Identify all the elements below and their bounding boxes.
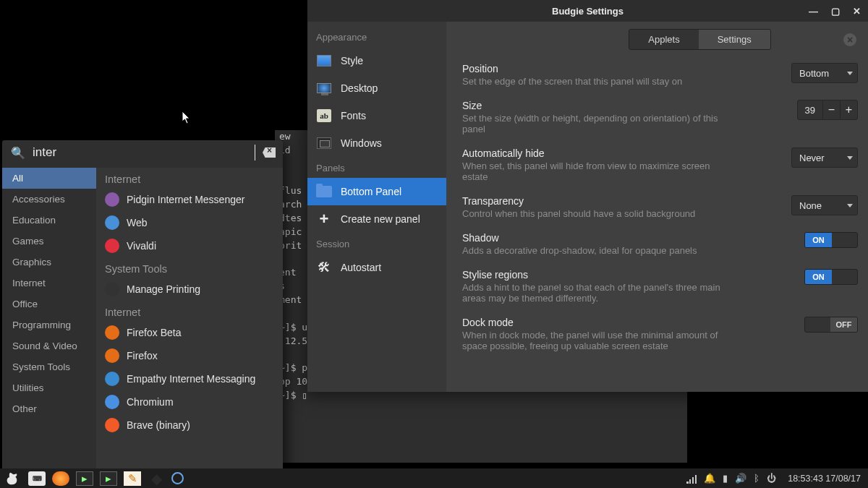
tab-settings[interactable]: Settings xyxy=(699,30,770,49)
row-dock: Dock modeWhen in dock mode, the panel wi… xyxy=(462,317,858,351)
result-item[interactable]: Web xyxy=(96,211,283,234)
taskbar-inkscape-icon[interactable]: ◆ xyxy=(148,471,165,486)
wifi-icon[interactable] xyxy=(686,474,697,484)
taskbar-terminal-icon[interactable]: ▸ xyxy=(76,471,93,486)
taskbar-editor-icon[interactable]: ✎ xyxy=(124,471,141,486)
sidebar-item-create-panel[interactable]: +Create new panel xyxy=(307,205,446,233)
result-item[interactable]: Empathy Internet Messaging xyxy=(96,367,283,390)
result-label: Empathy Internet Messaging xyxy=(127,373,255,385)
start-menu-icon[interactable] xyxy=(4,471,22,486)
monitor-icon xyxy=(317,83,331,93)
app-icon xyxy=(105,395,119,409)
size-decrement[interactable]: − xyxy=(822,100,840,119)
category-item[interactable]: Utilities xyxy=(2,377,96,398)
titlebar[interactable]: Budgie Settings — ▢ ✕ xyxy=(307,0,868,22)
row-size: SizeSet the size (width or height, depen… xyxy=(462,100,858,134)
result-item[interactable]: Brave (binary) xyxy=(96,414,283,437)
style-icon xyxy=(317,55,331,67)
app-icon xyxy=(105,282,119,296)
result-item[interactable]: Firefox xyxy=(96,344,283,367)
results-list: InternetPidgin Internet MessengerWebViva… xyxy=(96,168,283,470)
category-list: AllAccessoriesEducationGamesGraphicsInte… xyxy=(2,168,96,470)
clear-search-icon[interactable] xyxy=(263,147,276,158)
app-icon xyxy=(105,372,119,386)
results-section-header: System Tools xyxy=(96,257,283,278)
bluetooth-icon[interactable]: ᛒ xyxy=(754,473,760,484)
size-increment[interactable]: + xyxy=(840,100,857,119)
battery-icon[interactable]: ▮ xyxy=(723,473,728,484)
category-item[interactable]: Office xyxy=(2,294,96,314)
category-item[interactable]: Accessories xyxy=(2,189,96,210)
transparency-combo[interactable]: None xyxy=(791,195,858,215)
chevron-down-icon xyxy=(847,156,853,160)
taskbar-chromium-icon[interactable] xyxy=(171,472,184,484)
row-shadow: ShadowAdds a decorative drop-shadow, ide… xyxy=(462,232,858,256)
stylise-toggle[interactable]: ONOFF xyxy=(804,269,858,285)
shadow-toggle[interactable]: ONOFF xyxy=(804,232,858,248)
category-item[interactable]: Internet xyxy=(2,273,96,294)
category-item[interactable]: Graphics xyxy=(2,252,96,273)
result-label: Chromium xyxy=(127,396,174,408)
result-item[interactable]: Vivaldi xyxy=(96,234,283,257)
taskbar-keyboard-icon[interactable]: ⌨ xyxy=(28,471,46,486)
category-item[interactable]: Programming xyxy=(2,314,96,335)
clock[interactable]: 18:53:43 17/08/17 xyxy=(788,474,861,484)
app-icon xyxy=(105,192,119,207)
category-item[interactable]: Education xyxy=(2,210,96,231)
chevron-down-icon xyxy=(847,72,853,75)
sidebar-item-autostart[interactable]: 🛠Autostart xyxy=(307,254,446,281)
sidebar-item-fonts[interactable]: abFonts xyxy=(307,102,446,129)
taskbar: ⌨ ▸ ▸ ✎ ◆ 🔔 ▮ 🔊 ᛒ ⏻ 18:53:43 17/08/17 xyxy=(0,468,868,488)
settings-window: Budgie Settings — ▢ ✕ Appearance Style D… xyxy=(307,0,868,392)
app-icon xyxy=(105,418,119,432)
result-label: Brave (binary) xyxy=(127,419,190,431)
chevron-down-icon xyxy=(847,204,853,207)
row-stylise: Stylise regionsAdds a hint to the panel … xyxy=(462,269,858,304)
category-item[interactable]: Other xyxy=(2,398,96,419)
result-item[interactable]: Chromium xyxy=(96,390,283,414)
search-input[interactable]: inter xyxy=(33,145,255,160)
row-autohide: Automatically hideWhen set, this panel w… xyxy=(462,147,858,182)
plus-icon: + xyxy=(316,211,332,227)
volume-icon[interactable]: 🔊 xyxy=(735,473,746,484)
sidebar-item-windows[interactable]: Windows xyxy=(307,129,446,157)
position-combo[interactable]: Bottom xyxy=(791,63,858,83)
result-item[interactable]: Pidgin Internet Messenger xyxy=(96,188,283,211)
sidebar-item-bottom-panel[interactable]: Bottom Panel xyxy=(307,178,446,205)
category-item[interactable]: All xyxy=(2,168,96,189)
result-label: Firefox xyxy=(127,350,158,361)
results-section-header: Internet xyxy=(96,301,283,321)
minimize-button[interactable]: — xyxy=(809,6,818,17)
category-item[interactable]: Games xyxy=(2,231,96,252)
settings-main: Applets Settings × PositionSet the edge … xyxy=(446,22,868,392)
result-label: Manage Printing xyxy=(127,283,200,295)
size-spinner[interactable]: 39−+ xyxy=(797,100,858,120)
folder-icon xyxy=(316,186,332,197)
dock-toggle[interactable]: ONOFF xyxy=(804,317,858,333)
maximize-button[interactable]: ▢ xyxy=(831,6,840,17)
row-transparency: TransparencyControl when this panel shou… xyxy=(462,195,858,219)
tab-applets[interactable]: Applets xyxy=(629,30,698,49)
result-label: Web xyxy=(127,217,148,228)
app-icon xyxy=(105,239,119,253)
close-button[interactable]: ✕ xyxy=(853,6,861,17)
taskbar-firefox-icon[interactable] xyxy=(52,471,69,486)
autohide-combo[interactable]: Never xyxy=(791,147,858,168)
result-item[interactable]: Firefox Beta xyxy=(96,321,283,344)
category-item[interactable]: System Tools xyxy=(2,356,96,377)
sidebar-item-desktop[interactable]: Desktop xyxy=(307,74,446,102)
windows-icon xyxy=(317,137,331,149)
notifications-icon[interactable]: 🔔 xyxy=(704,473,715,484)
remove-panel-button[interactable]: × xyxy=(843,33,856,46)
sidebar-section-appearance: Appearance xyxy=(307,26,446,47)
sidebar-item-style[interactable]: Style xyxy=(307,47,446,74)
power-icon[interactable]: ⏻ xyxy=(767,473,776,484)
sidebar-section-panels: Panels xyxy=(307,157,446,178)
result-item[interactable]: Manage Printing xyxy=(96,278,283,301)
result-label: Pidgin Internet Messenger xyxy=(127,194,244,205)
window-title: Budgie Settings xyxy=(552,6,624,17)
taskbar-terminal2-icon[interactable]: ▸ xyxy=(100,471,117,486)
category-item[interactable]: Sound & Video xyxy=(2,335,96,356)
tools-icon: 🛠 xyxy=(316,260,332,275)
result-label: Firefox Beta xyxy=(127,327,181,338)
